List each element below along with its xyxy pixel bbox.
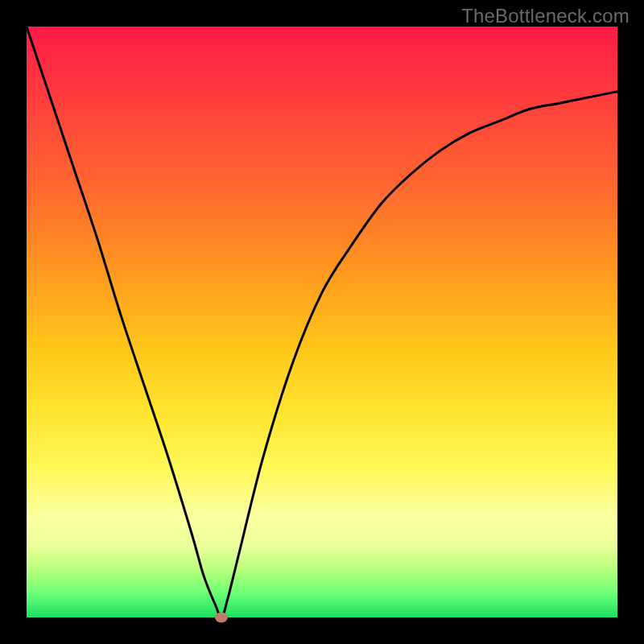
watermark-text: TheBottleneck.com: [461, 5, 630, 27]
minimum-marker: [215, 613, 228, 623]
plot-area: [27, 27, 617, 617]
bottleneck-curve: [27, 27, 617, 617]
curve-path: [27, 27, 617, 617]
chart-frame: TheBottleneck.com: [0, 0, 644, 644]
